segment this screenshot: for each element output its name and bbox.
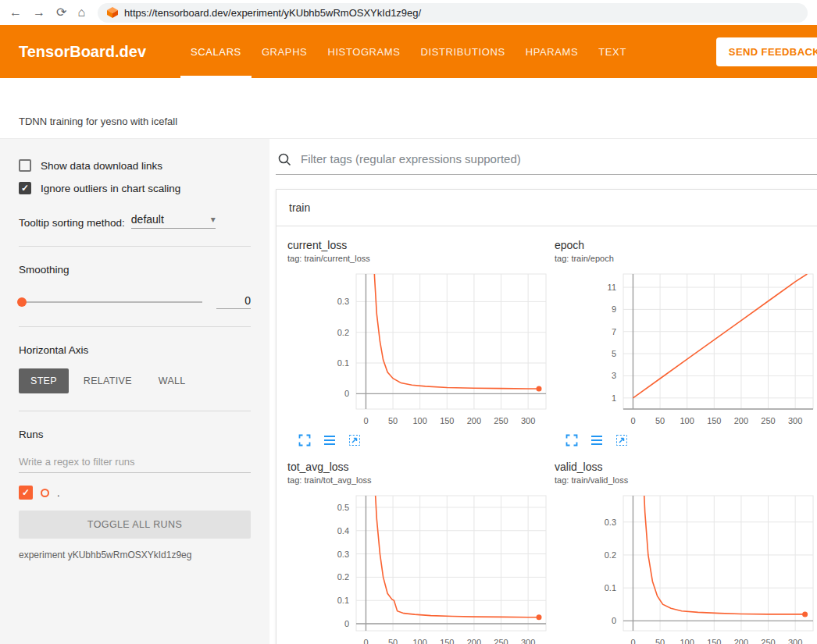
chart-toolbar (287, 434, 551, 447)
svg-text:0.2: 0.2 (605, 550, 616, 560)
chart-card: epoch tag: train/epoch 13579110501001502… (555, 239, 817, 447)
check-icon: ✓ (22, 488, 30, 497)
chart-tag: tag: train/epoch (555, 254, 817, 263)
smoothing-slider[interactable] (19, 301, 202, 303)
expand-chart-icon[interactable] (565, 434, 578, 447)
svg-text:100: 100 (413, 638, 427, 644)
charts-grid: current_loss tag: train/current_loss 00.… (276, 226, 817, 644)
tab-histograms[interactable]: HISTOGRAMS (317, 25, 410, 78)
section-header-train[interactable]: train (276, 190, 817, 226)
svg-text:0.1: 0.1 (337, 358, 349, 368)
settings-sidebar: Show data download links ✓ Ignore outlie… (0, 139, 269, 644)
chevron-down-icon: ▾ (211, 214, 216, 225)
svg-text:0.4: 0.4 (337, 526, 349, 535)
url-text: https://tensorboard.dev/experiment/yKUbh… (124, 7, 421, 19)
svg-text:0.3: 0.3 (337, 297, 349, 306)
svg-text:7: 7 (612, 327, 616, 336)
svg-text:0: 0 (363, 416, 368, 425)
view-data-icon[interactable] (323, 434, 336, 447)
checkbox-unchecked-icon[interactable] (19, 159, 31, 172)
tensorboard-favicon (107, 7, 118, 18)
ignore-outliers-checkbox-row[interactable]: ✓ Ignore outliers in chart scaling (19, 182, 251, 194)
svg-text:0: 0 (363, 638, 368, 644)
toggle-all-runs-button[interactable]: TOGGLE ALL RUNS (19, 511, 251, 539)
wall-axis-button[interactable]: WALL (147, 368, 198, 393)
address-bar[interactable]: https://tensorboard.dev/experiment/yKUbh… (98, 3, 808, 23)
svg-text:300: 300 (521, 638, 535, 644)
svg-text:150: 150 (707, 638, 721, 644)
svg-text:200: 200 (734, 638, 748, 644)
app-logo[interactable]: TensorBoard.dev (19, 43, 146, 61)
line-chart[interactable]: 00.10.20.3050100150200250300 (287, 269, 551, 429)
line-chart[interactable]: 00.10.20.3050100150200250300 (555, 491, 817, 644)
experiment-bar: TDNN training for yesno with icefall (0, 78, 817, 139)
svg-text:200: 200 (467, 638, 481, 644)
runs-filter-input[interactable] (19, 450, 251, 473)
tooltip-sorting-select[interactable]: default ▾ (131, 213, 216, 229)
back-icon[interactable]: ← (9, 6, 22, 19)
tooltip-sorting-row: Tooltip sorting method: default ▾ (19, 213, 251, 229)
svg-text:11: 11 (608, 283, 616, 292)
fit-domain-icon[interactable] (348, 434, 361, 447)
line-chart[interactable]: 00.10.20.30.40.5050100150200250300 (287, 491, 551, 644)
forward-icon[interactable]: → (33, 6, 45, 19)
svg-text:0.1: 0.1 (337, 596, 349, 605)
experiment-id: experiment yKUbhb5wRmOSXYkId1z9eg (19, 550, 251, 560)
send-feedback-button[interactable]: SEND FEEDBACK (716, 37, 817, 66)
runs-label: Runs (19, 429, 251, 440)
svg-text:200: 200 (467, 416, 481, 425)
filter-tags-input[interactable] (299, 151, 817, 166)
nav-tabs: SCALARSGRAPHSHISTOGRAMSDISTRIBUTIONSHPAR… (180, 25, 637, 78)
expand-chart-icon[interactable] (298, 434, 311, 447)
app-header: TensorBoard.dev SCALARSGRAPHSHISTOGRAMSD… (0, 25, 817, 78)
slider-thumb[interactable] (17, 297, 27, 307)
check-icon: ✓ (21, 183, 29, 193)
smoothing-value[interactable]: 0 (216, 294, 251, 309)
home-icon[interactable]: ⌂ (77, 6, 85, 19)
search-icon (277, 152, 291, 166)
view-data-icon[interactable] (590, 434, 603, 447)
svg-text:0: 0 (612, 616, 616, 625)
browser-chrome: ← → ⟳ ⌂ https://tensorboard.dev/experime… (0, 0, 817, 25)
fit-domain-icon[interactable] (615, 434, 628, 447)
svg-text:300: 300 (788, 638, 802, 644)
svg-text:250: 250 (494, 638, 508, 644)
tab-graphs[interactable]: GRAPHS (252, 25, 318, 78)
tooltip-sorting-value: default (131, 213, 164, 226)
chart-title: current_loss (287, 239, 551, 251)
run-checkbox[interactable]: ✓ (19, 486, 33, 500)
main-content: train current_loss tag: train/current_lo… (269, 139, 817, 644)
divider (19, 326, 251, 327)
reload-icon[interactable]: ⟳ (56, 6, 66, 19)
chart-tag: tag: train/valid_loss (555, 475, 817, 485)
show-download-links-checkbox-row[interactable]: Show data download links (19, 159, 251, 172)
tab-scalars[interactable]: SCALARS (180, 25, 252, 78)
svg-text:100: 100 (413, 416, 427, 425)
svg-text:5: 5 (612, 349, 616, 358)
divider (19, 411, 251, 411)
svg-text:0.3: 0.3 (605, 518, 616, 527)
svg-text:250: 250 (761, 416, 775, 425)
filter-tags-bar (276, 150, 817, 175)
step-axis-button[interactable]: STEP (19, 368, 69, 393)
line-chart[interactable]: 1357911050100150200250300 (555, 269, 817, 429)
run-row[interactable]: ✓ . (19, 486, 251, 500)
horizontal-axis-label: Horizontal Axis (19, 344, 251, 356)
tab-text[interactable]: TEXT (588, 25, 637, 78)
relative-axis-button[interactable]: RELATIVE (72, 368, 144, 393)
svg-text:0: 0 (344, 619, 349, 628)
tab-hparams[interactable]: HPARAMS (516, 25, 589, 78)
svg-text:3: 3 (612, 371, 616, 380)
svg-text:0.5: 0.5 (337, 503, 349, 512)
chart-card: current_loss tag: train/current_loss 00.… (287, 239, 551, 447)
svg-text:0.2: 0.2 (337, 328, 349, 337)
train-card: train current_loss tag: train/current_lo… (276, 189, 817, 644)
experiment-title: TDNN training for yesno with icefall (19, 116, 177, 127)
tab-distributions[interactable]: DISTRIBUTIONS (411, 25, 516, 78)
svg-text:250: 250 (494, 416, 508, 425)
checkbox-checked-icon[interactable]: ✓ (19, 182, 31, 194)
svg-text:300: 300 (788, 416, 802, 425)
svg-text:150: 150 (440, 638, 454, 644)
svg-text:0.3: 0.3 (337, 550, 349, 559)
checkbox-label: Ignore outliers in chart scaling (41, 183, 180, 194)
